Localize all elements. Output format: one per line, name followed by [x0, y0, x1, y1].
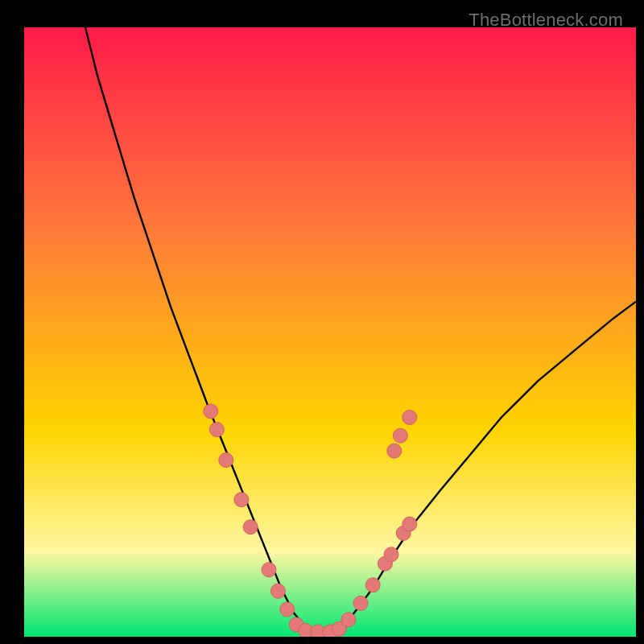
bottleneck-chart	[24, 27, 636, 637]
sample-marker	[341, 613, 356, 627]
sample-marker	[270, 584, 285, 598]
sample-marker	[262, 563, 276, 577]
sample-marker	[280, 602, 295, 617]
sample-marker	[234, 493, 249, 507]
plot-area	[24, 27, 636, 637]
sample-marker	[402, 517, 417, 531]
sample-marker	[219, 453, 233, 468]
sample-marker	[365, 578, 380, 592]
sample-marker	[204, 404, 218, 419]
sample-marker	[402, 411, 417, 425]
sample-marker	[243, 520, 258, 535]
chart-frame: TheBottleneck.com	[10, 10, 634, 634]
sample-marker	[387, 444, 402, 458]
sample-marker	[384, 547, 398, 562]
gradient-background	[24, 27, 636, 637]
sample-marker	[209, 423, 224, 437]
sample-marker	[353, 596, 368, 610]
sample-marker	[393, 428, 407, 443]
watermark-text: TheBottleneck.com	[469, 10, 623, 31]
